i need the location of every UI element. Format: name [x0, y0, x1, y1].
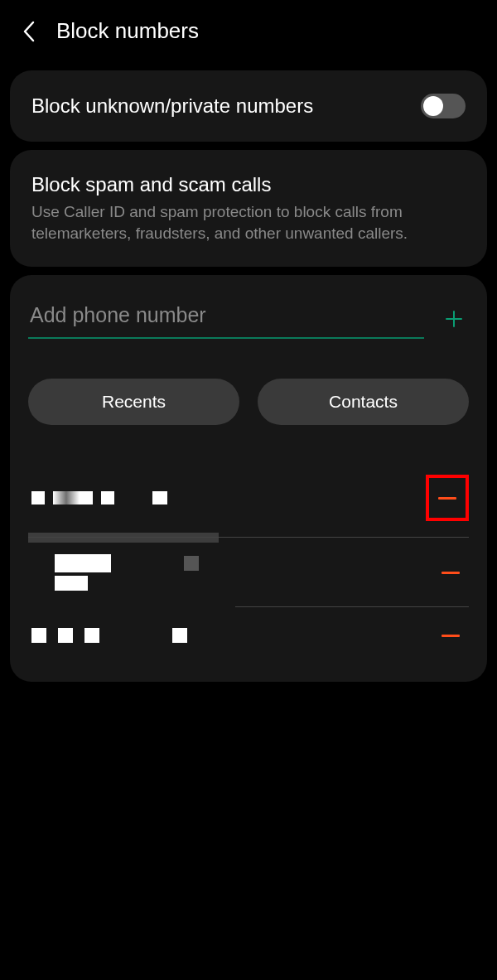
add-number-section: Recents Contacts	[10, 275, 487, 682]
toggle-knob	[423, 96, 443, 116]
block-unknown-toggle[interactable]	[421, 94, 466, 118]
add-icon[interactable]	[439, 304, 469, 334]
redacted-number	[31, 628, 187, 643]
remove-icon[interactable]	[439, 561, 462, 584]
header: Block numbers	[0, 0, 497, 62]
back-icon[interactable]	[17, 19, 41, 44]
remove-icon[interactable]	[436, 486, 459, 509]
remove-icon[interactable]	[439, 624, 462, 647]
redacted-number	[55, 554, 199, 591]
block-spam-title: Block spam and scam calls	[31, 173, 466, 196]
redacted-number	[31, 491, 167, 504]
list-item	[28, 458, 469, 538]
highlight-annotation	[426, 475, 469, 521]
block-unknown-card[interactable]: Block unknown/private numbers	[10, 70, 487, 142]
block-spam-card[interactable]: Block spam and scam calls Use Caller ID …	[10, 150, 487, 267]
phone-number-input[interactable]	[28, 298, 424, 339]
block-unknown-label: Block unknown/private numbers	[31, 94, 313, 118]
contacts-button[interactable]: Contacts	[258, 379, 469, 425]
page-title: Block numbers	[56, 18, 199, 44]
block-spam-description: Use Caller ID and spam protection to blo…	[31, 201, 466, 244]
list-item	[28, 607, 469, 664]
recents-button[interactable]: Recents	[28, 379, 239, 425]
blocked-numbers-list	[28, 458, 469, 664]
list-item	[28, 538, 469, 607]
